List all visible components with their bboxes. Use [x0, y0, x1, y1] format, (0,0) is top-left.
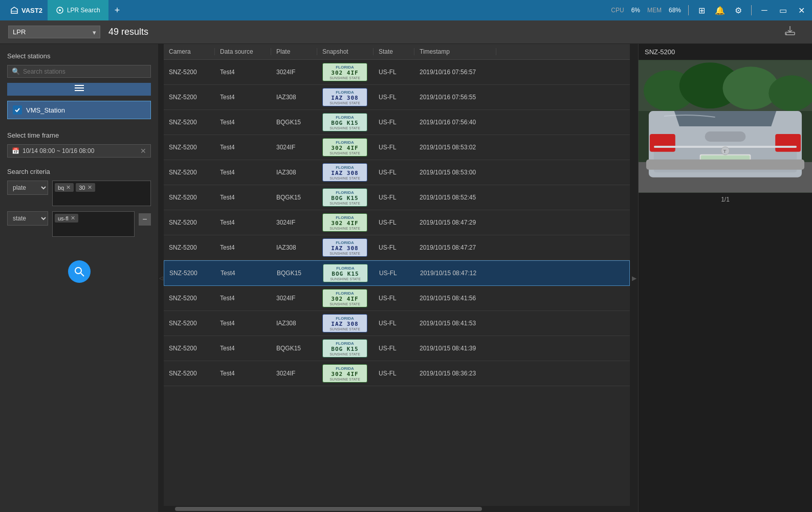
scrollbar-thumb[interactable]: [175, 507, 482, 511]
add-tab-button[interactable]: +: [108, 5, 126, 16]
criteria-remove-button[interactable]: −: [139, 213, 151, 226]
table-row[interactable]: SNZ-5200 Test4 3024IF FLORIDA 302 4IF SU…: [164, 286, 630, 311]
divider-handle[interactable]: [159, 44, 164, 512]
table-row[interactable]: SNZ-5200 Test4 BQGK15 FLORIDA BOG K15 SU…: [164, 260, 630, 286]
app-logo: VAST2: [5, 6, 48, 14]
cell-state: US-FL: [374, 193, 414, 202]
table-row[interactable]: SNZ-5200 Test4 3024IF FLORIDA 302 4IF SU…: [164, 135, 630, 160]
table-row[interactable]: SNZ-5200 Test4 IAZ308 FLORIDA IAZ 308 SU…: [164, 85, 630, 110]
table-row[interactable]: SNZ-5200 Test4 BQGK15 FLORIDA BOG K15 SU…: [164, 185, 630, 210]
table-row[interactable]: SNZ-5200 Test4 IAZ308 FLORIDA IAZ 308 SU…: [164, 235, 630, 260]
horizontal-scrollbar[interactable]: [164, 506, 630, 512]
results-header: 49 results: [100, 25, 804, 39]
cell-datasource: Test4: [215, 143, 271, 152]
search-input[interactable]: [23, 68, 146, 75]
cell-plate: BQGK15: [272, 269, 318, 278]
close-button[interactable]: ✕: [796, 5, 807, 16]
cell-plate: BQGK15: [271, 193, 317, 202]
cell-timestamp: 2019/10/15 08:52:45: [414, 193, 496, 202]
results-count: 49 results: [108, 27, 148, 37]
lpr-tab[interactable]: LPR Search: [48, 0, 108, 20]
camera-label: SNZ-5200: [639, 44, 812, 60]
criteria-type-select-1[interactable]: plate state: [7, 181, 48, 195]
cell-snapshot: FLORIDA BOG K15 SUNSHINE STATE: [317, 338, 374, 359]
right-panel: SNZ-5200: [638, 44, 812, 512]
logo-icon: [10, 6, 18, 14]
cell-state: US-FL: [374, 118, 414, 127]
cell-state: US-FL: [374, 369, 414, 378]
lpr-dropdown[interactable]: LPR: [8, 26, 100, 38]
cell-state: US-FL: [374, 218, 414, 227]
minimize-button[interactable]: ─: [759, 5, 770, 16]
cell-state: US-FL: [374, 68, 414, 77]
svg-rect-22: [775, 134, 801, 152]
bell-icon[interactable]: 🔔: [714, 5, 726, 16]
time-input-wrap[interactable]: 📅 10/14 08:00 ~ 10/16 08:00 ✕: [7, 144, 151, 158]
restore-button[interactable]: ▭: [777, 5, 788, 16]
svg-text:T: T: [723, 148, 727, 154]
cell-timestamp: 2019/10/15 08:36:23: [414, 369, 496, 378]
tag-label: us-fl: [58, 215, 69, 221]
cell-state: US-FL: [374, 168, 414, 177]
time-title: Select time frame: [7, 131, 151, 139]
cell-state: US-FL: [374, 93, 414, 102]
criteria-row-plate: plate state bq ✕ 30 ✕: [7, 181, 151, 206]
search-icon: 🔍: [12, 68, 20, 75]
cell-datasource: Test4: [215, 118, 271, 127]
table-row[interactable]: SNZ-5200 Test4 IAZ308 FLORIDA IAZ 308 SU…: [164, 160, 630, 185]
cell-datasource: Test4: [215, 269, 272, 278]
mem-label: MEM: [647, 7, 662, 14]
table-row[interactable]: SNZ-5200 Test4 3024IF FLORIDA 302 4IF SU…: [164, 60, 630, 85]
export-icon: [784, 25, 796, 36]
table-header: Camera Data source Plate Snapshot State …: [164, 44, 630, 60]
time-clear-button[interactable]: ✕: [140, 147, 146, 155]
col-snapshot-header: Snapshot: [317, 48, 374, 55]
criteria-tags-2[interactable]: us-fl ✕: [52, 211, 135, 237]
tag-30[interactable]: 30 ✕: [76, 183, 95, 192]
cell-timestamp: 2019/10/15 08:53:00: [414, 168, 496, 177]
search-button[interactable]: [68, 260, 91, 283]
tag-remove-icon[interactable]: ✕: [66, 184, 71, 191]
search-btn-icon: [74, 266, 84, 277]
cell-datasource: Test4: [215, 218, 271, 227]
cell-plate: 3024IF: [271, 143, 317, 152]
list-view-button[interactable]: [7, 83, 151, 96]
cell-snapshot: FLORIDA BOG K15 SUNSHINE STATE: [317, 187, 374, 208]
export-button[interactable]: [784, 25, 796, 39]
tag-remove-icon[interactable]: ✕: [71, 215, 75, 221]
station-icon: [13, 105, 22, 115]
tag-usfl[interactable]: us-fl ✕: [55, 214, 78, 222]
cell-timestamp: 2019/10/16 07:56:40: [414, 118, 496, 127]
criteria-row-state: state plate us-fl ✕ −: [7, 211, 151, 237]
table-row[interactable]: SNZ-5200 Test4 BQGK15 FLORIDA BOG K15 SU…: [164, 336, 630, 361]
separator: [688, 5, 689, 15]
tag-remove-icon[interactable]: ✕: [87, 184, 92, 191]
calendar-icon: 📅: [12, 147, 19, 154]
criteria-tags-1[interactable]: bq ✕ 30 ✕: [52, 181, 151, 206]
cell-state: US-FL: [374, 294, 414, 303]
cell-camera: SNZ-5200: [164, 193, 215, 202]
cell-timestamp: 2019/10/15 08:47:29: [414, 218, 496, 227]
cell-plate: 3024IF: [271, 294, 317, 303]
table-row[interactable]: SNZ-5200 Test4 3024IF FLORIDA 302 4IF SU…: [164, 210, 630, 235]
table-row[interactable]: SNZ-5200 Test4 IAZ308 FLORIDA IAZ 308 SU…: [164, 311, 630, 336]
cell-camera: SNZ-5200: [164, 68, 215, 77]
cell-camera: SNZ-5200: [164, 243, 215, 252]
table-row[interactable]: SNZ-5200 Test4 BQGK15 FLORIDA BOG K15 SU…: [164, 110, 630, 135]
cell-state: US-FL: [374, 344, 414, 353]
right-panel-expand[interactable]: ▶: [630, 44, 638, 512]
cell-snapshot: FLORIDA 302 4IF SUNSHINE STATE: [317, 212, 374, 233]
grid-icon[interactable]: ⊞: [696, 5, 707, 16]
cell-datasource: Test4: [215, 93, 271, 102]
cell-state: US-FL: [374, 319, 414, 328]
station-item[interactable]: VMS_Station: [7, 101, 151, 119]
cell-datasource: Test4: [215, 168, 271, 177]
cell-timestamp: 2019/10/15 08:41:39: [414, 344, 496, 353]
tag-bq[interactable]: bq ✕: [55, 183, 74, 192]
table-row[interactable]: SNZ-5200 Test4 3024IF FLORIDA 302 4IF SU…: [164, 361, 630, 386]
main-layout: Select stations 🔍 VMS_Station Select tim: [0, 44, 812, 512]
app-title: VAST2: [21, 7, 42, 14]
cell-timestamp: 2019/10/16 07:56:55: [414, 93, 496, 102]
criteria-type-select-2[interactable]: state plate: [7, 211, 48, 226]
gear-icon[interactable]: ⚙: [733, 5, 744, 16]
